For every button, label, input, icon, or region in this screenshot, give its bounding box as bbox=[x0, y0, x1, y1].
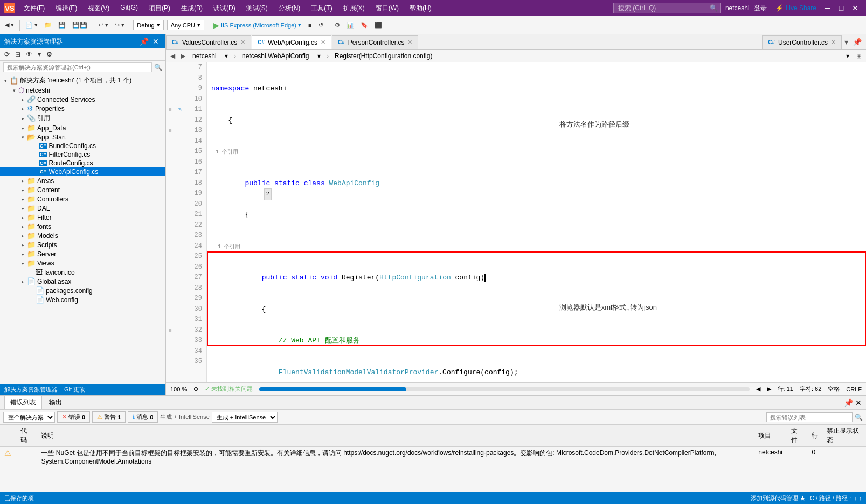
tree-routeconfig[interactable]: C# RouteConfig.cs bbox=[0, 159, 165, 167]
menu-build[interactable]: 生成(B) bbox=[177, 3, 207, 14]
fold-23[interactable] bbox=[166, 230, 175, 241]
error-panel-close-btn[interactable]: ✕ bbox=[855, 398, 862, 407]
scroll-left-btn[interactable]: ◀ bbox=[756, 386, 760, 393]
stop-button[interactable]: ■ bbox=[306, 20, 315, 30]
menu-analyze[interactable]: 分析(N) bbox=[274, 3, 305, 14]
error-filter-errors-btn[interactable]: ✕ 错误 0 bbox=[57, 411, 90, 423]
maximize-button[interactable]: □ bbox=[835, 2, 848, 15]
col-file[interactable]: 文件 bbox=[787, 425, 807, 447]
tree-packages[interactable]: 📄packages.config bbox=[0, 286, 165, 295]
fold-17[interactable] bbox=[166, 167, 175, 178]
toolbar-extra-btn4[interactable]: ⬛ bbox=[372, 20, 385, 30]
fold-15[interactable] bbox=[166, 146, 175, 157]
tab-personcontroller-close[interactable]: ✕ bbox=[407, 39, 412, 46]
fold-13[interactable]: ⊟ bbox=[166, 125, 175, 136]
error-row-1[interactable]: ⚠ 一些 NuGet 包是使用不同于当前目标框架的目标框架安装的，可能需要重新安… bbox=[0, 447, 866, 467]
toolbar-new-btn[interactable]: 📄 ▾ bbox=[23, 20, 40, 30]
menu-help[interactable]: 帮助(H) bbox=[405, 3, 436, 14]
fold-33[interactable] bbox=[166, 335, 175, 346]
tree-models[interactable]: 📁Models bbox=[0, 231, 165, 240]
fold-12[interactable] bbox=[166, 115, 175, 126]
toolbar-open-btn[interactable]: 📁 bbox=[41, 20, 54, 30]
fold-22[interactable] bbox=[166, 220, 175, 231]
live-share-btn[interactable]: ⚡ Live Share bbox=[775, 4, 816, 12]
error-search-input[interactable] bbox=[766, 412, 853, 422]
tree-scripts[interactable]: 📁Scripts bbox=[0, 240, 165, 249]
tree-webapiconfig[interactable]: C# WebApiConfig.cs bbox=[0, 167, 165, 176]
fold-26[interactable] bbox=[166, 262, 175, 273]
tree-content[interactable]: 📁Content bbox=[0, 185, 165, 194]
run-button[interactable]: ▶ IIS Express (Microsoft Edge) ▾ bbox=[210, 19, 304, 31]
nav-bar-back-btn[interactable]: ▶ bbox=[178, 52, 188, 60]
fold-14[interactable] bbox=[166, 136, 175, 147]
fold-37[interactable] bbox=[166, 377, 175, 382]
scripts-arrow[interactable] bbox=[18, 242, 27, 248]
fold-25[interactable] bbox=[166, 251, 175, 262]
server-arrow[interactable] bbox=[18, 251, 27, 257]
tree-references[interactable]: 📎 引用 bbox=[0, 113, 165, 123]
restart-button[interactable]: ↺ bbox=[316, 20, 326, 30]
menu-project[interactable]: 项目(P) bbox=[144, 3, 175, 14]
tree-bundleconfig[interactable]: C# BundleConfig.cs bbox=[0, 142, 165, 150]
controllers-arrow[interactable] bbox=[18, 197, 27, 202]
fold-9[interactable]: — bbox=[166, 83, 175, 94]
toolbar-extra-btn2[interactable]: 📊 bbox=[344, 20, 357, 30]
fold-28[interactable] bbox=[166, 283, 175, 294]
toolbar-back-btn[interactable]: ◀ ▾ bbox=[2, 20, 17, 30]
fold-30[interactable] bbox=[166, 304, 175, 315]
tab-webapiconfig-close[interactable]: ✕ bbox=[321, 39, 325, 46]
fold-10[interactable] bbox=[166, 94, 175, 105]
error-tab-output[interactable]: 输出 bbox=[43, 396, 68, 409]
scroll-right-btn[interactable]: ▶ bbox=[767, 386, 771, 393]
toolbar-save-btn[interactable]: 💾 bbox=[56, 20, 68, 30]
fold-32[interactable]: ⊟ bbox=[166, 325, 175, 336]
debug-config-dropdown[interactable]: Debug ▾ bbox=[133, 20, 163, 30]
tree-appstart[interactable]: 📂 App_Start bbox=[0, 132, 165, 142]
toolbar-redo-btn[interactable]: ↪ ▾ bbox=[112, 20, 127, 30]
fold-20[interactable] bbox=[166, 199, 175, 210]
project-arrow[interactable] bbox=[10, 88, 18, 93]
error-panel-pin-btn[interactable]: 📌 bbox=[844, 398, 853, 407]
sidebar-footer-solution-explorer[interactable]: 解决方案资源管理器 bbox=[4, 386, 58, 394]
sidebar-tb-sync[interactable]: ⟳ bbox=[2, 50, 12, 59]
col-code[interactable]: 代码 bbox=[16, 425, 37, 447]
error-filter-messages-btn[interactable]: ℹ 消息 0 bbox=[128, 411, 158, 423]
build-scope-dropdown[interactable]: 生成 + IntelliSense bbox=[212, 412, 278, 423]
fold-19[interactable] bbox=[166, 188, 175, 199]
menu-debug[interactable]: 调试(D) bbox=[209, 3, 240, 14]
tree-filter[interactable]: 📁Filter bbox=[0, 213, 165, 222]
add-code-management[interactable]: 添加到源代码管理 ★ bbox=[751, 494, 806, 502]
tab-usercontroller-close[interactable]: ✕ bbox=[831, 39, 836, 46]
close-button[interactable]: ✕ bbox=[849, 2, 862, 15]
title-search-input[interactable] bbox=[613, 3, 721, 13]
platform-dropdown[interactable]: Any CPU ▾ bbox=[167, 20, 204, 30]
fold-35[interactable] bbox=[166, 356, 175, 367]
menu-file[interactable]: 文件(F) bbox=[19, 3, 49, 14]
fonts-arrow[interactable] bbox=[18, 224, 27, 229]
appdata-arrow[interactable] bbox=[18, 125, 27, 131]
sidebar-tb-collapse[interactable]: ⊟ bbox=[13, 50, 23, 59]
col-suppress[interactable]: 禁止显示状态 bbox=[822, 425, 866, 447]
tree-controllers[interactable]: 📁Controllers bbox=[0, 194, 165, 204]
fold-36[interactable] bbox=[166, 367, 175, 378]
toolbar-extra-btn3[interactable]: 🔖 bbox=[358, 20, 371, 30]
menu-window[interactable]: 窗口(W) bbox=[371, 3, 403, 14]
nav-bar-forward-btn[interactable]: ◀ bbox=[168, 52, 177, 60]
tree-globalasax[interactable]: 📄Global.asax bbox=[0, 277, 165, 286]
toolbar-extra-btn1[interactable]: ⚙ bbox=[332, 20, 343, 30]
fold-18[interactable] bbox=[166, 178, 175, 189]
menu-edit[interactable]: 编辑(E) bbox=[51, 3, 81, 14]
tree-solution[interactable]: 📋 解决方案 'netceshi' (1 个项目，共 1 个) bbox=[0, 75, 165, 86]
tree-areas[interactable]: 📁Areas bbox=[0, 176, 165, 185]
sidebar-pin-btn[interactable]: 📌 bbox=[138, 37, 149, 46]
tree-webconfig[interactable]: 📄Web.config bbox=[0, 295, 165, 304]
menu-test[interactable]: 测试(S) bbox=[242, 3, 272, 14]
error-filter-warnings-btn[interactable]: ⚠ 警告 1 bbox=[92, 411, 126, 423]
menu-git[interactable]: Git(G) bbox=[116, 3, 142, 14]
sidebar-search-input[interactable] bbox=[3, 62, 152, 72]
arrow-11[interactable]: ✎ bbox=[175, 104, 185, 115]
tree-views[interactable]: 📁Views bbox=[0, 258, 165, 268]
tree-server[interactable]: 📁Server bbox=[0, 249, 165, 258]
tree-fonts[interactable]: 📁fonts bbox=[0, 222, 165, 231]
fold-16[interactable] bbox=[166, 157, 175, 168]
